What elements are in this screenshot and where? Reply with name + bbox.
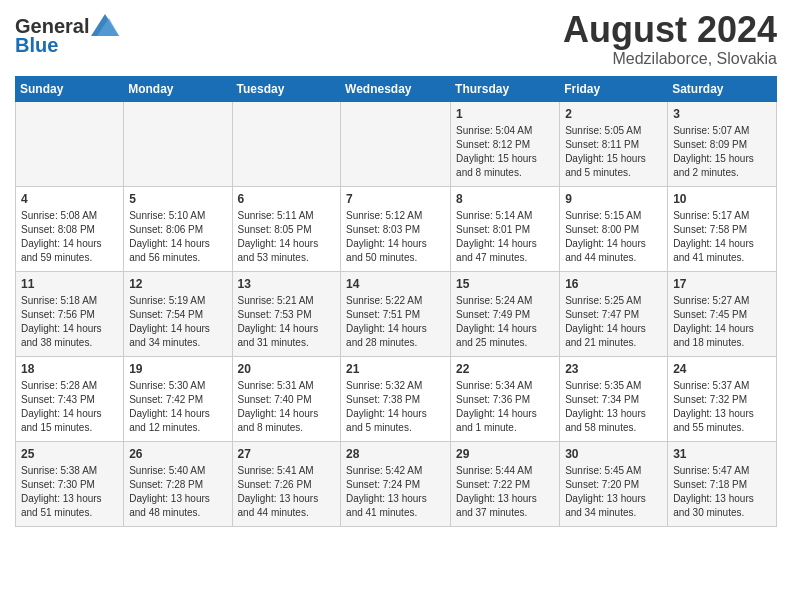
- day-detail: Sunrise: 5:22 AM Sunset: 7:51 PM Dayligh…: [346, 294, 445, 350]
- calendar-day-6: 6Sunrise: 5:11 AM Sunset: 8:05 PM Daylig…: [232, 186, 341, 271]
- calendar-day-24: 24Sunrise: 5:37 AM Sunset: 7:32 PM Dayli…: [668, 356, 777, 441]
- calendar-day-7: 7Sunrise: 5:12 AM Sunset: 8:03 PM Daylig…: [341, 186, 451, 271]
- day-number: 7: [346, 191, 445, 208]
- calendar-week-1: 1Sunrise: 5:04 AM Sunset: 8:12 PM Daylig…: [16, 101, 777, 186]
- calendar-empty: [341, 101, 451, 186]
- calendar-day-10: 10Sunrise: 5:17 AM Sunset: 7:58 PM Dayli…: [668, 186, 777, 271]
- calendar-day-26: 26Sunrise: 5:40 AM Sunset: 7:28 PM Dayli…: [124, 441, 232, 526]
- day-detail: Sunrise: 5:19 AM Sunset: 7:54 PM Dayligh…: [129, 294, 226, 350]
- day-number: 11: [21, 276, 118, 293]
- calendar-day-11: 11Sunrise: 5:18 AM Sunset: 7:56 PM Dayli…: [16, 271, 124, 356]
- day-number: 12: [129, 276, 226, 293]
- day-number: 23: [565, 361, 662, 378]
- day-number: 13: [238, 276, 336, 293]
- day-number: 10: [673, 191, 771, 208]
- day-number: 31: [673, 446, 771, 463]
- calendar-week-4: 18Sunrise: 5:28 AM Sunset: 7:43 PM Dayli…: [16, 356, 777, 441]
- day-number: 4: [21, 191, 118, 208]
- calendar-day-17: 17Sunrise: 5:27 AM Sunset: 7:45 PM Dayli…: [668, 271, 777, 356]
- day-number: 25: [21, 446, 118, 463]
- day-number: 19: [129, 361, 226, 378]
- day-number: 20: [238, 361, 336, 378]
- day-detail: Sunrise: 5:24 AM Sunset: 7:49 PM Dayligh…: [456, 294, 554, 350]
- calendar-day-31: 31Sunrise: 5:47 AM Sunset: 7:18 PM Dayli…: [668, 441, 777, 526]
- calendar-week-3: 11Sunrise: 5:18 AM Sunset: 7:56 PM Dayli…: [16, 271, 777, 356]
- page-header: General Blue August 2024 Medzilaborce, S…: [15, 10, 777, 68]
- day-number: 14: [346, 276, 445, 293]
- day-header-monday: Monday: [124, 76, 232, 101]
- day-detail: Sunrise: 5:31 AM Sunset: 7:40 PM Dayligh…: [238, 379, 336, 435]
- calendar-day-23: 23Sunrise: 5:35 AM Sunset: 7:34 PM Dayli…: [560, 356, 668, 441]
- calendar-day-15: 15Sunrise: 5:24 AM Sunset: 7:49 PM Dayli…: [451, 271, 560, 356]
- logo: General Blue: [15, 10, 119, 57]
- day-detail: Sunrise: 5:32 AM Sunset: 7:38 PM Dayligh…: [346, 379, 445, 435]
- day-detail: Sunrise: 5:27 AM Sunset: 7:45 PM Dayligh…: [673, 294, 771, 350]
- day-detail: Sunrise: 5:05 AM Sunset: 8:11 PM Dayligh…: [565, 124, 662, 180]
- calendar-day-8: 8Sunrise: 5:14 AM Sunset: 8:01 PM Daylig…: [451, 186, 560, 271]
- day-detail: Sunrise: 5:34 AM Sunset: 7:36 PM Dayligh…: [456, 379, 554, 435]
- day-detail: Sunrise: 5:10 AM Sunset: 8:06 PM Dayligh…: [129, 209, 226, 265]
- title-block: August 2024 Medzilaborce, Slovakia: [563, 10, 777, 68]
- calendar-day-27: 27Sunrise: 5:41 AM Sunset: 7:26 PM Dayli…: [232, 441, 341, 526]
- day-detail: Sunrise: 5:25 AM Sunset: 7:47 PM Dayligh…: [565, 294, 662, 350]
- day-detail: Sunrise: 5:21 AM Sunset: 7:53 PM Dayligh…: [238, 294, 336, 350]
- day-number: 1: [456, 106, 554, 123]
- day-number: 15: [456, 276, 554, 293]
- calendar-day-5: 5Sunrise: 5:10 AM Sunset: 8:06 PM Daylig…: [124, 186, 232, 271]
- main-title: August 2024: [563, 10, 777, 50]
- calendar-day-13: 13Sunrise: 5:21 AM Sunset: 7:53 PM Dayli…: [232, 271, 341, 356]
- day-detail: Sunrise: 5:14 AM Sunset: 8:01 PM Dayligh…: [456, 209, 554, 265]
- calendar-day-20: 20Sunrise: 5:31 AM Sunset: 7:40 PM Dayli…: [232, 356, 341, 441]
- day-detail: Sunrise: 5:40 AM Sunset: 7:28 PM Dayligh…: [129, 464, 226, 520]
- calendar-day-4: 4Sunrise: 5:08 AM Sunset: 8:08 PM Daylig…: [16, 186, 124, 271]
- calendar-day-19: 19Sunrise: 5:30 AM Sunset: 7:42 PM Dayli…: [124, 356, 232, 441]
- calendar-week-5: 25Sunrise: 5:38 AM Sunset: 7:30 PM Dayli…: [16, 441, 777, 526]
- calendar-day-29: 29Sunrise: 5:44 AM Sunset: 7:22 PM Dayli…: [451, 441, 560, 526]
- day-number: 26: [129, 446, 226, 463]
- calendar-empty: [232, 101, 341, 186]
- calendar-week-2: 4Sunrise: 5:08 AM Sunset: 8:08 PM Daylig…: [16, 186, 777, 271]
- day-number: 5: [129, 191, 226, 208]
- day-number: 2: [565, 106, 662, 123]
- day-number: 30: [565, 446, 662, 463]
- day-detail: Sunrise: 5:30 AM Sunset: 7:42 PM Dayligh…: [129, 379, 226, 435]
- day-detail: Sunrise: 5:41 AM Sunset: 7:26 PM Dayligh…: [238, 464, 336, 520]
- day-number: 24: [673, 361, 771, 378]
- day-detail: Sunrise: 5:17 AM Sunset: 7:58 PM Dayligh…: [673, 209, 771, 265]
- day-detail: Sunrise: 5:47 AM Sunset: 7:18 PM Dayligh…: [673, 464, 771, 520]
- day-detail: Sunrise: 5:18 AM Sunset: 7:56 PM Dayligh…: [21, 294, 118, 350]
- calendar-day-12: 12Sunrise: 5:19 AM Sunset: 7:54 PM Dayli…: [124, 271, 232, 356]
- calendar-day-16: 16Sunrise: 5:25 AM Sunset: 7:47 PM Dayli…: [560, 271, 668, 356]
- calendar-empty: [16, 101, 124, 186]
- day-detail: Sunrise: 5:15 AM Sunset: 8:00 PM Dayligh…: [565, 209, 662, 265]
- calendar-day-25: 25Sunrise: 5:38 AM Sunset: 7:30 PM Dayli…: [16, 441, 124, 526]
- calendar-day-22: 22Sunrise: 5:34 AM Sunset: 7:36 PM Dayli…: [451, 356, 560, 441]
- calendar-day-30: 30Sunrise: 5:45 AM Sunset: 7:20 PM Dayli…: [560, 441, 668, 526]
- day-detail: Sunrise: 5:11 AM Sunset: 8:05 PM Dayligh…: [238, 209, 336, 265]
- calendar-day-9: 9Sunrise: 5:15 AM Sunset: 8:00 PM Daylig…: [560, 186, 668, 271]
- day-header-wednesday: Wednesday: [341, 76, 451, 101]
- calendar-day-18: 18Sunrise: 5:28 AM Sunset: 7:43 PM Dayli…: [16, 356, 124, 441]
- day-number: 18: [21, 361, 118, 378]
- day-number: 21: [346, 361, 445, 378]
- day-detail: Sunrise: 5:38 AM Sunset: 7:30 PM Dayligh…: [21, 464, 118, 520]
- day-detail: Sunrise: 5:07 AM Sunset: 8:09 PM Dayligh…: [673, 124, 771, 180]
- day-header-sunday: Sunday: [16, 76, 124, 101]
- day-number: 6: [238, 191, 336, 208]
- day-detail: Sunrise: 5:04 AM Sunset: 8:12 PM Dayligh…: [456, 124, 554, 180]
- day-header-saturday: Saturday: [668, 76, 777, 101]
- day-detail: Sunrise: 5:35 AM Sunset: 7:34 PM Dayligh…: [565, 379, 662, 435]
- calendar-header-row: SundayMondayTuesdayWednesdayThursdayFrid…: [16, 76, 777, 101]
- day-detail: Sunrise: 5:42 AM Sunset: 7:24 PM Dayligh…: [346, 464, 445, 520]
- logo-blue-text: Blue: [15, 34, 58, 57]
- day-number: 22: [456, 361, 554, 378]
- day-number: 29: [456, 446, 554, 463]
- calendar-empty: [124, 101, 232, 186]
- calendar-day-28: 28Sunrise: 5:42 AM Sunset: 7:24 PM Dayli…: [341, 441, 451, 526]
- calendar-day-21: 21Sunrise: 5:32 AM Sunset: 7:38 PM Dayli…: [341, 356, 451, 441]
- day-header-thursday: Thursday: [451, 76, 560, 101]
- calendar-day-2: 2Sunrise: 5:05 AM Sunset: 8:11 PM Daylig…: [560, 101, 668, 186]
- day-number: 27: [238, 446, 336, 463]
- calendar-day-14: 14Sunrise: 5:22 AM Sunset: 7:51 PM Dayli…: [341, 271, 451, 356]
- day-number: 17: [673, 276, 771, 293]
